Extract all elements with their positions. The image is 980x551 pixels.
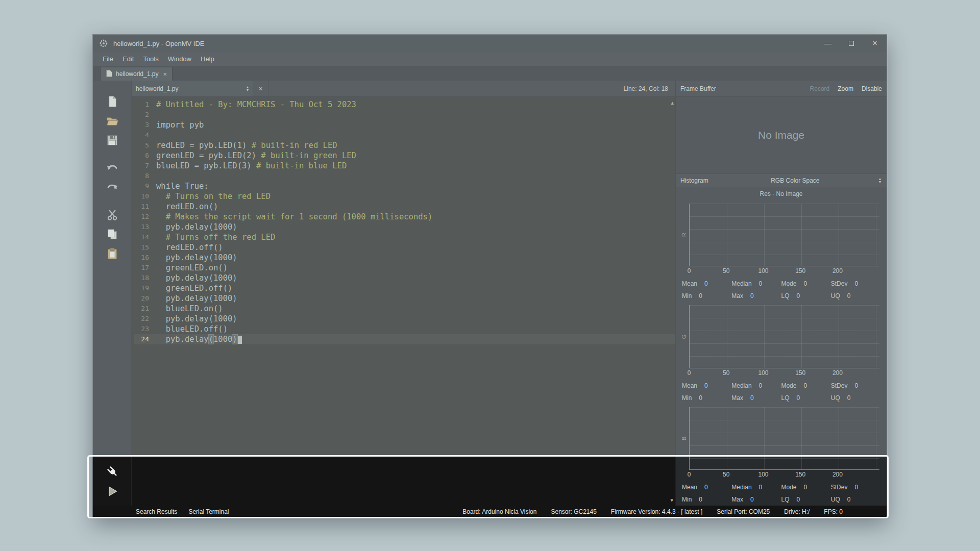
line-number: 23 bbox=[134, 324, 149, 334]
line-number: 9 bbox=[134, 181, 149, 191]
document-toolbar: helloworld_1.py ▴▾ × Line: 24, Col: 18 bbox=[132, 81, 675, 97]
document-close-button[interactable]: × bbox=[253, 81, 268, 96]
frame-buffer-title: Frame Buffer bbox=[680, 85, 716, 92]
stat-value: 0 bbox=[854, 280, 858, 287]
menu-edit[interactable]: Edit bbox=[118, 54, 138, 64]
x-tick: 200 bbox=[832, 369, 843, 377]
code-editor[interactable]: 1# Untitled - By: MCMCHRIS - Thu Oct 5 2… bbox=[132, 97, 675, 457]
minimize-button[interactable]: — bbox=[816, 35, 840, 52]
menu-window[interactable]: Window bbox=[163, 54, 196, 64]
histogram-plot bbox=[689, 407, 879, 470]
close-icon: × bbox=[872, 38, 877, 48]
stat-value: 0 bbox=[797, 394, 800, 402]
undo-button[interactable] bbox=[103, 160, 121, 176]
code-line: 3import pyb bbox=[134, 120, 675, 130]
color-space-select[interactable]: RGB Color Space ▴▾ bbox=[708, 174, 882, 187]
save-file-button[interactable] bbox=[103, 133, 121, 148]
editor-tab-bar: helloworld_1.py × bbox=[93, 66, 887, 81]
maximize-icon bbox=[849, 41, 854, 46]
scroll-up-icon[interactable]: ▴ bbox=[671, 98, 674, 108]
tab-serial-terminal[interactable]: Serial Terminal bbox=[188, 508, 229, 515]
x-tick: 0 bbox=[688, 471, 691, 478]
tab-close-icon[interactable]: × bbox=[163, 70, 167, 78]
menu-tools[interactable]: Tools bbox=[138, 54, 163, 64]
menu-help[interactable]: Help bbox=[196, 54, 219, 64]
cut-button[interactable] bbox=[103, 207, 121, 222]
record-button[interactable]: Record bbox=[810, 85, 830, 92]
menu-file[interactable]: File bbox=[98, 54, 118, 64]
color-space-value: RGB Color Space bbox=[771, 177, 819, 184]
stat-value: 0 bbox=[759, 280, 763, 287]
line-number: 1 bbox=[134, 99, 149, 110]
line-number: 13 bbox=[134, 222, 149, 232]
window-title: helloworld_1.py - OpenMV IDE bbox=[113, 40, 204, 47]
open-file-button[interactable] bbox=[103, 113, 121, 129]
x-tick: 150 bbox=[795, 471, 805, 478]
x-tick: 150 bbox=[795, 267, 805, 274]
stat-value: 0 bbox=[759, 484, 763, 491]
disable-button[interactable]: Disable bbox=[862, 85, 882, 92]
resolution-label: Res - No Image bbox=[676, 187, 887, 201]
line-number: 12 bbox=[134, 212, 149, 222]
stat-label: Mean bbox=[682, 382, 697, 389]
redo-icon bbox=[106, 181, 119, 194]
code-lines: 1# Untitled - By: MCMCHRIS - Thu Oct 5 2… bbox=[134, 99, 675, 344]
stat-label: Min bbox=[682, 394, 692, 402]
zoom-button[interactable]: Zoom bbox=[838, 85, 853, 92]
code-line: 4 bbox=[134, 130, 675, 140]
stat-label: LQ bbox=[781, 394, 790, 402]
stat-value: 0 bbox=[699, 496, 702, 503]
channel-axis-label: G bbox=[679, 305, 689, 368]
stat-label: StDev bbox=[831, 280, 848, 287]
stat-label: Median bbox=[731, 382, 751, 389]
scroll-down-icon[interactable]: ▾ bbox=[670, 497, 673, 504]
stat-label: Min bbox=[682, 496, 692, 503]
document-selector-value: helloworld_1.py bbox=[136, 85, 178, 92]
code-line: 17 greenLED.on() bbox=[134, 263, 675, 273]
x-tick: 50 bbox=[723, 471, 729, 478]
stat-label: StDev bbox=[831, 382, 848, 389]
close-button[interactable]: × bbox=[863, 35, 887, 52]
stat-value: 0 bbox=[704, 382, 708, 389]
x-tick: 0 bbox=[688, 267, 691, 274]
code-line: 7blueLED = pyb.LED(3) # built-in blue LE… bbox=[134, 161, 675, 171]
run-script-button[interactable] bbox=[103, 484, 121, 499]
line-number: 14 bbox=[134, 232, 149, 242]
line-number: 22 bbox=[134, 314, 149, 324]
tab-search-results[interactable]: Search Results bbox=[136, 508, 177, 515]
paste-button[interactable] bbox=[103, 246, 121, 261]
stat-label: Mode bbox=[781, 382, 797, 389]
serial-terminal-panel[interactable]: ▾ bbox=[132, 457, 675, 506]
tab-helloworld[interactable]: helloworld_1.py × bbox=[100, 67, 173, 81]
line-number: 21 bbox=[134, 304, 149, 314]
copy-button[interactable] bbox=[103, 227, 121, 242]
editor-column: helloworld_1.py ▴▾ × Line: 24, Col: 18 1… bbox=[132, 81, 675, 506]
stat-value: 0 bbox=[854, 382, 858, 389]
line-number: 20 bbox=[134, 293, 149, 304]
connect-button[interactable] bbox=[103, 464, 121, 479]
document-selector[interactable]: helloworld_1.py ▴▾ bbox=[132, 81, 253, 96]
code-line: 22 pyb.delay(1000) bbox=[134, 314, 675, 324]
text-cursor bbox=[238, 336, 242, 344]
x-tick: 100 bbox=[758, 267, 768, 274]
stat-value: 0 bbox=[750, 292, 754, 299]
stat-value: 0 bbox=[759, 382, 763, 389]
line-number: 17 bbox=[134, 263, 149, 273]
status-drive: Drive: H:/ bbox=[784, 508, 810, 515]
stat-label: LQ bbox=[781, 496, 790, 503]
code-line: 18 pyb.delay(1000) bbox=[134, 273, 675, 283]
x-tick: 50 bbox=[723, 267, 729, 274]
stat-value: 0 bbox=[699, 394, 702, 402]
line-number: 18 bbox=[134, 273, 149, 283]
x-tick: 100 bbox=[758, 471, 768, 478]
code-line: 5redLED = pyb.LED(1) # built-in red LED bbox=[134, 140, 675, 151]
stat-value: 0 bbox=[750, 496, 754, 503]
code-line: 6greenLED = pyb.LED(2) # built-in green … bbox=[134, 151, 675, 161]
redo-button[interactable] bbox=[103, 180, 121, 195]
title-bar[interactable]: helloworld_1.py - OpenMV IDE — × bbox=[93, 35, 887, 52]
new-file-button[interactable] bbox=[103, 94, 121, 109]
histogram-title: Histogram bbox=[680, 177, 708, 184]
stat-label: Mode bbox=[781, 484, 797, 491]
maximize-button[interactable] bbox=[840, 35, 863, 52]
window-controls: — × bbox=[816, 35, 887, 52]
